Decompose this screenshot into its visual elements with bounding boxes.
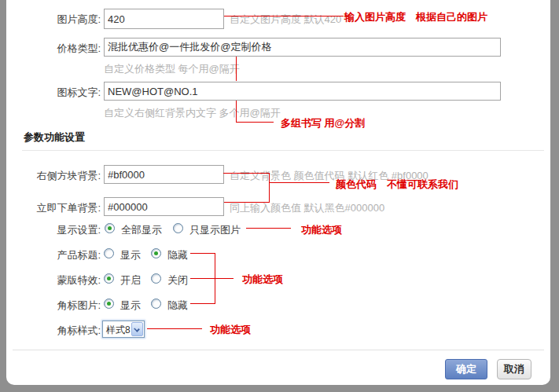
section-title: 参数功能设置 <box>24 130 85 145</box>
mask-effect-option-off[interactable]: 关闭 <box>167 273 188 288</box>
corner-image-radio-hide[interactable] <box>151 299 161 309</box>
corner-image-label: 角标图片: <box>6 299 101 313</box>
product-title-label: 产品标题: <box>6 248 101 262</box>
mask-effect-radio-off[interactable] <box>151 273 161 284</box>
annotation-line-image-height <box>224 16 344 16</box>
price-type-hint: 自定义价格类型 每个用@隔开 <box>104 62 240 76</box>
order-now-bg-label: 立即下单背景: <box>6 201 101 215</box>
page-background: 图片高度: 自定义图片高度 默认420 输入图片高度 根据自己的图片 价格类型:… <box>0 0 559 392</box>
section-divider <box>22 150 544 151</box>
settings-dialog: 图片高度: 自定义图片高度 默认420 输入图片高度 根据自己的图片 价格类型:… <box>6 0 550 385</box>
image-height-label: 图片高度: <box>6 13 101 27</box>
annotation-bracket-stub-middle <box>190 278 215 279</box>
corner-style-label: 角标样式: <box>6 324 101 338</box>
annotation-line-split-horizontal <box>236 122 274 123</box>
display-setting-annotation: 功能选项 <box>301 223 342 237</box>
display-setting-radio-all[interactable] <box>105 223 115 233</box>
order-now-bg-hint: 同上输入颜色值 默认黑色#000000 <box>230 201 384 215</box>
annotation-bracket-stub-top <box>190 253 215 254</box>
annotation-line-split-lower <box>236 101 237 123</box>
corner-image-radio-show[interactable] <box>104 299 114 309</box>
product-title-option-hide[interactable]: 隐藏 <box>167 248 188 262</box>
right-block-bg-input[interactable] <box>104 165 224 184</box>
chevron-down-icon[interactable] <box>131 322 143 336</box>
corner-style-select[interactable]: 样式8 <box>102 321 145 338</box>
ok-button[interactable]: 确定 <box>445 359 487 379</box>
split-annotation: 多组书写 用@分割 <box>281 116 365 130</box>
mask-effect-option-on[interactable]: 开启 <box>120 273 141 288</box>
product-title-radio-hide[interactable] <box>151 248 161 258</box>
footer-divider <box>13 350 544 350</box>
annotation-line-split-upper <box>236 57 237 81</box>
icon-text-input[interactable] <box>104 82 501 101</box>
icon-text-label: 图标文字: <box>6 86 101 100</box>
color-code-annotation: 颜色代码 不懂可联系我们 <box>336 178 458 192</box>
price-type-label: 价格类型: <box>6 42 101 56</box>
corner-style-selected-value: 样式8 <box>106 324 131 337</box>
mask-effect-label: 蒙版特效: <box>6 273 101 288</box>
annotation-bracket-extension <box>215 278 234 279</box>
annotation-bracket-stub-bottom <box>190 303 215 304</box>
radio-group-annotation: 功能选项 <box>242 273 283 287</box>
icon-text-hint: 自定义右侧红背景内文字 多个用@隔开 <box>104 106 281 120</box>
product-title-option-show[interactable]: 显示 <box>120 248 141 262</box>
display-setting-radio-image-only[interactable] <box>173 223 183 233</box>
annotation-line-color-middle <box>270 182 329 183</box>
product-title-radio-show[interactable] <box>104 248 114 258</box>
annotation-line-color-vertical <box>269 173 270 203</box>
display-setting-option-image-only[interactable]: 只显示图片 <box>189 223 241 237</box>
price-type-input[interactable] <box>104 38 501 57</box>
corner-image-option-show[interactable]: 显示 <box>120 299 141 313</box>
cancel-button[interactable]: 取消 <box>497 359 531 379</box>
display-setting-option-all[interactable]: 全部显示 <box>121 223 162 237</box>
annotation-line-color-top <box>223 173 269 174</box>
right-block-bg-label: 右侧方块背景: <box>6 169 101 183</box>
display-setting-label: 显示设置: <box>6 223 101 237</box>
image-height-hint: 自定义图片高度 默认420 <box>230 13 341 27</box>
image-height-annotation: 输入图片高度 根据自己的图片 <box>344 10 487 24</box>
corner-style-annotation: 功能选项 <box>210 323 251 337</box>
annotation-line-display-setting <box>246 228 291 229</box>
order-now-bg-input[interactable] <box>104 197 224 216</box>
corner-image-option-hide[interactable]: 隐藏 <box>167 299 188 313</box>
mask-effect-radio-on[interactable] <box>104 273 114 284</box>
annotation-line-corner-style <box>147 328 202 329</box>
image-height-input[interactable] <box>104 9 224 29</box>
